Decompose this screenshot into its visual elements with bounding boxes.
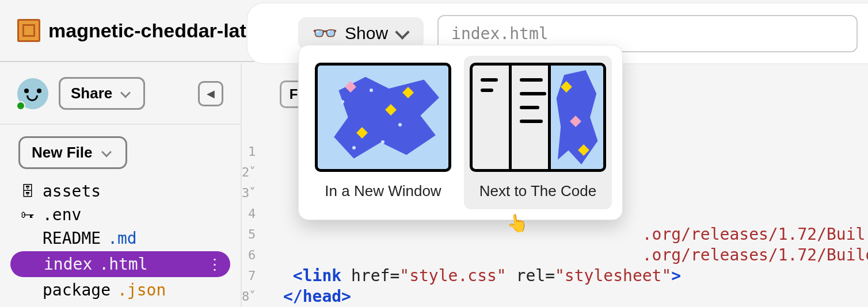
- chevron-down-icon: [101, 147, 112, 158]
- show-option-new-window[interactable]: In a New Window: [309, 56, 457, 209]
- line-gutter: 1 2˅ 3˅ 4 5 6 7 8˅: [242, 63, 264, 307]
- tree-item-assets[interactable]: 🗄 assets: [0, 179, 241, 203]
- presence-indicator-icon: [16, 101, 25, 110]
- show-dropdown-popup: In a New Window Next to The Code: [298, 45, 623, 220]
- new-file-label: New File: [32, 144, 92, 162]
- user-row: Share: [0, 63, 241, 125]
- tree-item-label: package: [43, 281, 111, 300]
- share-button-label: Share: [71, 85, 112, 102]
- app-logo-icon: [17, 19, 40, 42]
- thumb-new-window-icon: [315, 63, 451, 172]
- share-button[interactable]: Share: [59, 77, 145, 110]
- avatar[interactable]: [17, 78, 48, 109]
- new-file-button[interactable]: New File: [18, 136, 127, 169]
- more-icon[interactable]: ⋮: [207, 256, 221, 273]
- file-ext: .html: [99, 255, 147, 274]
- key-icon: 🗝: [20, 207, 36, 223]
- tree-item-label: index: [44, 255, 92, 274]
- project-name[interactable]: magnetic-cheddar-lathe: [48, 20, 269, 42]
- tree-item-env[interactable]: 🗝 .env: [0, 203, 241, 227]
- file-ext: .json: [117, 281, 166, 300]
- sidebar: Share New File 🗄 assets 🗝 .env README.md…: [0, 63, 242, 307]
- tree-item-package[interactable]: package.json: [0, 278, 241, 302]
- show-option-label: Next to The Code: [470, 182, 606, 200]
- folder-icon: 🗄: [20, 183, 36, 199]
- show-button-label: Show: [345, 24, 388, 43]
- chevron-down-icon: [395, 26, 410, 41]
- collapse-sidebar-button[interactable]: [198, 81, 223, 106]
- show-option-label: In a New Window: [315, 182, 451, 200]
- file-tree: 🗄 assets 🗝 .env README.md index.html ⋮ p…: [0, 176, 241, 302]
- tree-item-index-active[interactable]: index.html ⋮: [10, 251, 230, 277]
- glasses-icon: 👓: [312, 23, 338, 44]
- thumb-split-icon: [470, 63, 606, 172]
- tree-item-label: .env: [43, 205, 81, 224]
- file-ext: .md: [108, 229, 137, 248]
- chevron-down-icon: [120, 88, 131, 98]
- show-option-next-to-code[interactable]: Next to The Code: [464, 56, 612, 209]
- cursor-pointer-icon: 👆: [506, 212, 529, 233]
- tree-item-label: assets: [43, 182, 101, 201]
- tree-item-readme[interactable]: README.md: [0, 227, 241, 250]
- tree-item-label: README: [43, 229, 101, 248]
